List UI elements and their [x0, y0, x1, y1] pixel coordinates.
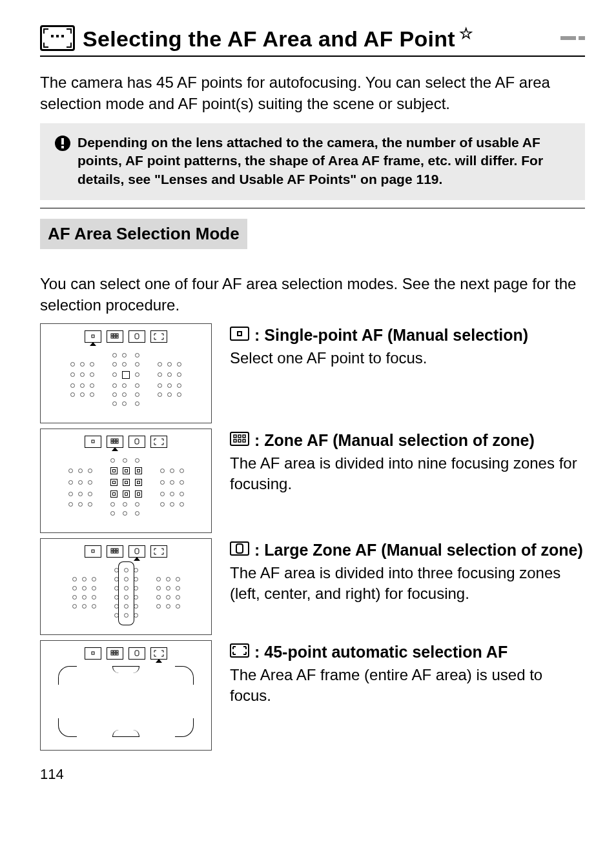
svg-rect-7: [111, 336, 113, 338]
mode-tab-auto-icon: [150, 330, 167, 343]
auto-selection-icon: [230, 643, 249, 658]
svg-rect-26: [238, 439, 241, 442]
svg-rect-24: [243, 435, 245, 438]
svg-rect-19: [116, 441, 118, 443]
diagram-single-point: [40, 323, 212, 423]
svg-rect-5: [114, 334, 116, 336]
section-heading: AF Area Selection Mode: [40, 219, 247, 249]
section-marker-icon: [560, 36, 585, 40]
svg-rect-44: [116, 653, 118, 655]
svg-rect-14: [111, 439, 113, 441]
svg-rect-21: [231, 432, 249, 445]
svg-rect-9: [116, 336, 118, 338]
mode-tab-single-icon: [85, 647, 101, 660]
svg-rect-30: [114, 549, 116, 550]
svg-rect-11: [231, 327, 249, 340]
zone-af-icon: [230, 432, 249, 446]
svg-rect-12: [238, 332, 241, 336]
svg-rect-33: [114, 551, 116, 553]
svg-rect-17: [111, 441, 113, 443]
svg-rect-4: [111, 334, 113, 336]
af-area-title-icon: [40, 25, 75, 51]
mode-tab-auto-icon: [150, 545, 167, 558]
svg-rect-38: [92, 652, 94, 654]
svg-rect-25: [234, 439, 236, 442]
svg-rect-34: [116, 551, 118, 553]
svg-rect-2: [61, 146, 64, 148]
warning-icon: [54, 135, 71, 152]
mode-tab-auto-icon: [150, 436, 167, 448]
mode-tab-zone-icon: [107, 545, 123, 558]
mode-body-largezone: The AF area is divided into three focusi…: [230, 563, 585, 603]
mode-title-zone: : Zone AF (Manual selection of zone): [230, 430, 585, 450]
svg-rect-43: [114, 653, 116, 655]
mode-tab-single-icon: [85, 330, 101, 343]
diagram-zone: [40, 429, 212, 533]
svg-rect-15: [114, 439, 116, 441]
svg-rect-29: [111, 549, 113, 550]
intro-text: The camera has 45 AF points for autofocu…: [40, 72, 585, 114]
mode-body-zone: The AF area is divided into nine focusin…: [230, 453, 585, 494]
svg-rect-35: [135, 549, 139, 554]
diagram-large-zone: [40, 538, 212, 635]
svg-rect-18: [114, 441, 116, 443]
svg-rect-3: [92, 335, 94, 338]
svg-rect-23: [238, 435, 241, 438]
mode-tab-zone-icon: [107, 330, 123, 343]
mode-tab-largezone-icon: [128, 330, 145, 343]
page-title-row: Selecting the AF Area and AF Point☆: [40, 25, 585, 57]
mode-body-auto: The Area AF frame (entire AF area) is us…: [230, 665, 585, 705]
mode-tab-auto-icon: [150, 647, 167, 660]
svg-rect-42: [111, 653, 113, 655]
svg-rect-40: [114, 651, 116, 652]
svg-rect-16: [116, 439, 118, 441]
svg-rect-41: [116, 651, 118, 652]
svg-rect-1: [61, 138, 64, 145]
single-point-icon: [230, 327, 249, 341]
svg-rect-37: [236, 544, 243, 553]
warning-note: Depending on the lens attached to the ca…: [40, 123, 585, 200]
mode-title-single: : Single-point AF (Manual selection): [230, 325, 585, 345]
page-title: Selecting the AF Area and AF Point☆: [83, 25, 473, 52]
mode-tab-single-icon: [85, 545, 101, 558]
svg-rect-31: [116, 549, 118, 550]
page-number: 114: [40, 766, 585, 783]
svg-rect-6: [116, 334, 118, 336]
svg-rect-32: [111, 551, 113, 553]
separator: [40, 208, 585, 208]
star-icon: ☆: [459, 25, 473, 42]
mode-tab-zone-icon: [107, 647, 123, 660]
mode-tab-largezone-icon: [128, 436, 145, 448]
mode-tab-largezone-icon: [128, 647, 145, 660]
svg-rect-8: [114, 336, 116, 338]
mode-title-largezone: : Large Zone AF (Manual selection of zon…: [230, 540, 585, 560]
svg-rect-22: [234, 435, 236, 438]
mode-tab-largezone-icon: [128, 545, 145, 558]
svg-rect-27: [243, 439, 245, 442]
mode-tab-single-icon: [85, 436, 101, 448]
svg-rect-28: [92, 550, 94, 552]
mode-title-auto: : 45-point automatic selection AF: [230, 641, 585, 662]
diagram-auto45: [40, 640, 212, 751]
svg-rect-13: [92, 440, 94, 443]
svg-rect-20: [135, 439, 139, 444]
large-zone-icon: [230, 541, 249, 556]
svg-rect-45: [135, 651, 139, 656]
svg-rect-39: [111, 651, 113, 652]
svg-rect-10: [135, 334, 139, 339]
warning-text: Depending on the lens attached to the ca…: [77, 134, 571, 188]
mode-tab-zone-icon: [107, 436, 123, 448]
mode-body-single: Select one AF point to focus.: [230, 348, 585, 368]
section-intro: You can select one of four AF area selec…: [40, 274, 585, 316]
